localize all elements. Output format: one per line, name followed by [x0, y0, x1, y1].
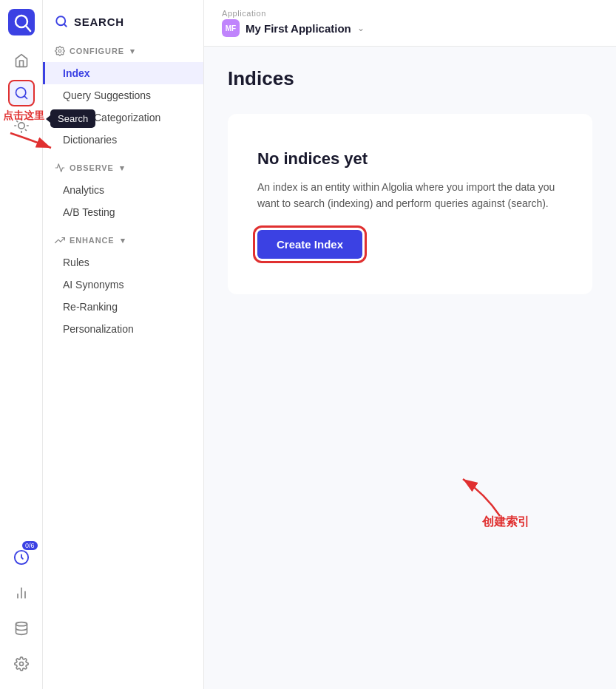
- empty-state-desc: An index is an entity within Algolia whe…: [257, 179, 563, 212]
- sidebar-brand: SEARCH: [43, 9, 203, 40]
- configure-chevron: ▾: [130, 47, 135, 56]
- enhance-chevron: ▾: [121, 236, 126, 245]
- observe-chevron: ▾: [120, 163, 125, 173]
- page-title: Indices: [228, 67, 592, 90]
- app-label: Application: [222, 9, 365, 18]
- enhance-label: ENHANCE: [70, 236, 115, 245]
- icon-rail: 0/6: [0, 0, 43, 689]
- configure-label: CONFIGURE: [70, 47, 124, 55]
- create-index-button[interactable]: Create Index: [257, 230, 362, 259]
- main-body: Indices No indices yet An index is an en…: [204, 47, 616, 689]
- main-header: Application MF My First Application ⌄: [204, 0, 616, 47]
- idea-rail-icon[interactable]: [8, 112, 35, 139]
- sidebar-item-analytics[interactable]: Analytics: [43, 179, 203, 201]
- sidebar-item-index[interactable]: Index: [43, 62, 203, 84]
- svg-line-8: [16, 121, 17, 122]
- svg-line-9: [25, 129, 26, 130]
- brand-logo[interactable]: [8, 9, 35, 35]
- badge-count: 0/6: [22, 541, 38, 550]
- svg-line-4: [24, 96, 27, 99]
- observe-header[interactable]: OBSERVE ▾: [43, 157, 203, 179]
- sidebar-item-query-suggestions[interactable]: Query Suggestions: [43, 84, 203, 106]
- observe-label: OBSERVE: [70, 163, 114, 172]
- empty-state-title: No indices yet: [257, 149, 563, 169]
- home-icon[interactable]: [8, 47, 35, 74]
- observe-section: OBSERVE ▾ Analytics A/B Testing: [43, 157, 203, 223]
- rail-bottom-icons: 0/6: [8, 544, 35, 689]
- sidebar-item-dictionaries[interactable]: Dictionaries: [43, 129, 203, 151]
- app-name: My First Application: [246, 22, 351, 35]
- empty-state: No indices yet An index is an entity wit…: [228, 114, 592, 294]
- sidebar-item-ab-testing[interactable]: A/B Testing: [43, 201, 203, 223]
- chart-rail-icon[interactable]: [8, 580, 35, 606]
- settings-rail-icon[interactable]: [8, 651, 35, 677]
- search-rail-icon[interactable]: [8, 80, 35, 106]
- app-selector[interactable]: MF My First Application ⌄: [222, 19, 365, 37]
- sidebar-item-personalization[interactable]: Personalization: [43, 318, 203, 340]
- configure-header[interactable]: CONFIGURE ▾: [43, 40, 203, 62]
- main-content: Application MF My First Application ⌄ In…: [204, 0, 616, 689]
- sidebar-item-ai-synonyms[interactable]: AI Synonyms: [43, 274, 203, 296]
- svg-point-16: [16, 622, 27, 626]
- sidebar-item-rules[interactable]: Rules: [43, 251, 203, 274]
- sidebar-item-re-ranking[interactable]: Re-Ranking: [43, 296, 203, 318]
- annotation-bottom-text: 创建索引: [482, 515, 529, 530]
- svg-line-19: [64, 24, 66, 26]
- enhance-header[interactable]: ENHANCE ▾: [43, 229, 203, 251]
- svg-point-17: [19, 662, 23, 666]
- chevron-down-icon: ⌄: [357, 23, 365, 33]
- sidebar-title: SEARCH: [74, 16, 124, 28]
- enhance-section: ENHANCE ▾ Rules AI Synonyms Re-Ranking P…: [43, 229, 203, 340]
- svg-point-5: [18, 123, 24, 129]
- svg-point-20: [58, 50, 61, 52]
- configure-section: CONFIGURE ▾ Index Query Suggestions Quer…: [43, 40, 203, 151]
- badge-nav-icon[interactable]: 0/6: [8, 544, 35, 571]
- db-rail-icon[interactable]: [8, 615, 35, 642]
- search-tooltip: Search: [50, 109, 95, 128]
- sidebar: SEARCH CONFIGURE ▾ Index Query Suggestio…: [43, 0, 204, 689]
- app-badge: MF: [222, 19, 240, 37]
